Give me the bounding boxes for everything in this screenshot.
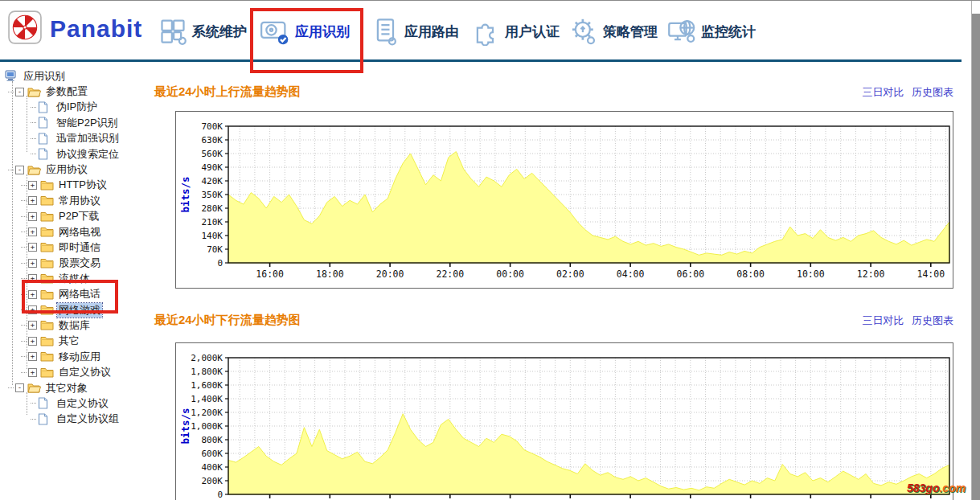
gear-icon — [568, 17, 599, 46]
sidebar-item-协议搜索定位[interactable]: 协议搜索定位 — [0, 146, 153, 162]
expand-icon[interactable]: + — [28, 212, 37, 221]
svg-text:2,000K: 2,000K — [191, 353, 223, 363]
sidebar-item-自定义协议[interactable]: 自定义协议 — [0, 395, 153, 411]
sidebar-item-应用协议[interactable]: -应用协议 — [0, 162, 153, 177]
sidebar-item-即时通信[interactable]: +即时通信 — [0, 240, 153, 255]
chart-title-downstream: 最近24小时下行流量趋势图 — [154, 313, 301, 328]
nav-app-identification[interactable]: 应用识别 — [259, 17, 350, 46]
tree-item-label: P2P下载 — [57, 209, 101, 223]
sidebar-item-迅雷加强识别[interactable]: 迅雷加强识别 — [0, 131, 153, 146]
svg-text:bits/s: bits/s — [179, 176, 191, 212]
link-history-chart[interactable]: 历史图表 — [912, 314, 953, 326]
scrollbar-thumb[interactable] — [972, 1, 980, 14]
expand-icon[interactable]: + — [28, 290, 37, 299]
expand-icon[interactable]: + — [28, 305, 37, 314]
tree-branch-line — [31, 403, 36, 404]
folder-open-icon — [27, 86, 41, 98]
sidebar-item-自定义协议组[interactable]: 自定义协议组 — [0, 412, 153, 427]
folder-closed-icon — [40, 195, 54, 207]
tree-branch-line — [31, 138, 36, 139]
sidebar-item-常用协议[interactable]: +常用协议 — [0, 193, 153, 208]
sidebar-item-自定义协议[interactable]: +自定义协议 — [0, 364, 153, 379]
vertical-scrollbar[interactable] — [971, 1, 980, 500]
expand-icon[interactable]: + — [28, 337, 37, 346]
nav-label: 应用识别 — [295, 23, 350, 41]
svg-text:16:00: 16:00 — [256, 268, 284, 280]
sidebar-item-其它对象[interactable]: -其它对象 — [0, 380, 153, 395]
svg-text:200K: 200K — [202, 476, 223, 486]
tree-branch-line — [21, 278, 27, 279]
doc-icon — [38, 133, 51, 145]
svg-text:210K: 210K — [202, 217, 223, 227]
panabit-logo[interactable]: Panabit — [8, 10, 142, 47]
sidebar-item-智能P2P识别[interactable]: 智能P2P识别 — [0, 115, 153, 130]
collapse-icon[interactable]: - — [15, 166, 24, 174]
link-history-chart[interactable]: 历史图表 — [912, 86, 953, 98]
svg-text:1,400K: 1,400K — [191, 394, 223, 404]
sidebar-item-流媒体[interactable]: +流媒体 — [0, 271, 153, 286]
svg-text:350K: 350K — [202, 190, 223, 200]
tree-item-label: 网络游戏 — [57, 303, 102, 318]
collapse-icon[interactable]: - — [15, 383, 24, 392]
folder-closed-icon — [40, 289, 54, 301]
svg-text:08:00: 08:00 — [736, 268, 765, 280]
sidebar-item-网络游戏[interactable]: +网络游戏 — [0, 302, 153, 318]
nav-system-maintenance[interactable]: 系统维护 — [158, 17, 247, 46]
tree-item-label: 网络电视 — [57, 225, 102, 240]
tree-item-label: 数据库 — [57, 318, 92, 333]
folder-closed-icon — [40, 211, 54, 223]
tree-branch-line — [21, 216, 27, 217]
chart-upstream-traffic: 700K630K560K490K420K350K280K210K140K70K0… — [175, 111, 953, 289]
expand-icon[interactable]: + — [28, 352, 37, 361]
svg-text:10:00: 10:00 — [797, 268, 825, 280]
expand-icon[interactable]: + — [28, 274, 37, 283]
svg-text:20:00: 20:00 — [376, 268, 404, 280]
sidebar-item-HTTP协议[interactable]: +HTTP协议 — [0, 178, 153, 193]
expand-icon[interactable]: + — [28, 368, 37, 377]
expand-icon[interactable]: + — [28, 196, 37, 205]
nav-policy-management[interactable]: 策略管理 — [568, 17, 658, 46]
sidebar-item-股票交易[interactable]: +股票交易 — [0, 256, 153, 271]
sidebar-item-伪IP防护[interactable]: 伪IP防护 — [0, 100, 153, 115]
collapse-icon[interactable]: - — [15, 88, 24, 96]
link-three-day-compare[interactable]: 三日对比 — [862, 314, 904, 326]
svg-text:630K: 630K — [202, 135, 223, 145]
sidebar-item-参数配置[interactable]: -参数配置 — [0, 84, 153, 99]
expand-icon[interactable]: + — [28, 259, 37, 268]
tree-branch-line — [21, 294, 27, 295]
nav-label: 应用路由 — [404, 23, 459, 41]
tree-branch-line — [21, 341, 27, 342]
tree-connector-line — [27, 96, 27, 152]
sidebar-item-其它[interactable]: +其它 — [0, 334, 153, 349]
sidebar-item-应用识别[interactable]: 应用识别 — [0, 68, 153, 84]
sidebar-item-网络电视[interactable]: +网络电视 — [0, 224, 153, 240]
disc-check-icon — [259, 17, 291, 46]
sidebar-item-网络电话[interactable]: +网络电话 — [0, 286, 153, 301]
sidebar-item-移动应用[interactable]: +移动应用 — [0, 349, 153, 364]
nav-monitoring-stats[interactable]: 监控统计 — [666, 17, 756, 46]
header-divider — [0, 59, 962, 62]
sidebar-item-数据库[interactable]: +数据库 — [0, 318, 153, 333]
tree-item-label: 应用识别 — [22, 69, 67, 84]
tree-branch-line — [31, 107, 36, 108]
svg-text:600K: 600K — [202, 449, 223, 459]
expand-icon[interactable]: + — [28, 321, 37, 330]
nav-user-auth[interactable]: 用户认证 — [470, 17, 560, 46]
svg-text:12:00: 12:00 — [857, 268, 885, 280]
svg-text:bits/s: bits/s — [179, 408, 191, 444]
puzzle-icon — [470, 17, 501, 46]
nav-label: 用户认证 — [505, 23, 560, 41]
expand-icon[interactable]: + — [28, 227, 37, 236]
expand-icon[interactable]: + — [28, 243, 37, 252]
sidebar-item-P2P下载[interactable]: +P2P下载 — [0, 209, 153, 224]
nav-app-routing[interactable]: 应用路由 — [371, 17, 459, 46]
chart-title-upstream: 最近24小时上行流量趋势图 — [154, 84, 301, 100]
link-three-day-compare[interactable]: 三日对比 — [862, 86, 904, 98]
tree-connector-line — [27, 174, 27, 369]
folder-closed-icon — [40, 350, 54, 363]
svg-text:04:00: 04:00 — [617, 268, 645, 280]
expand-icon[interactable]: + — [28, 181, 37, 190]
svg-text:400K: 400K — [202, 462, 223, 473]
svg-text:00:00: 00:00 — [496, 268, 524, 280]
folder-closed-icon — [40, 241, 54, 253]
